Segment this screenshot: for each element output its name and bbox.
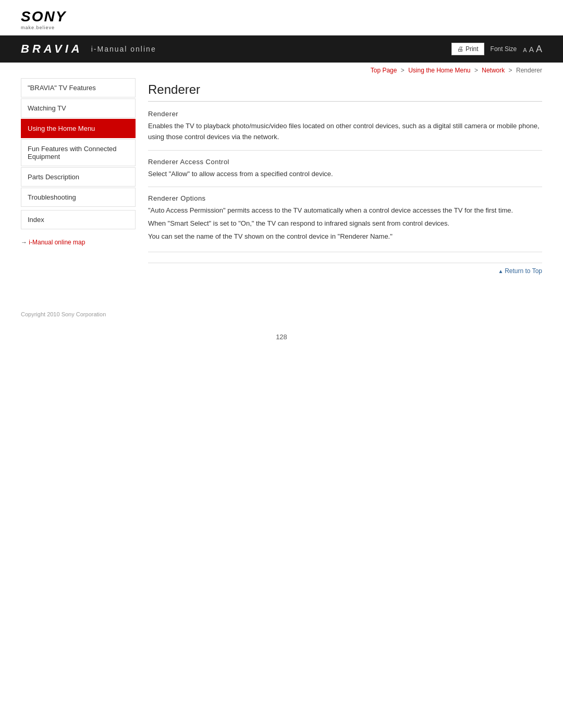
sidebar-item-index[interactable]: Index bbox=[21, 210, 136, 229]
sidebar-map-link[interactable]: → i-Manual online map bbox=[21, 237, 136, 248]
print-button[interactable]: 🖨 Print bbox=[451, 43, 484, 55]
breadcrumb-sep1: > bbox=[401, 67, 405, 74]
print-label: Print bbox=[466, 45, 479, 53]
breadcrumb-sep2: > bbox=[474, 67, 478, 74]
sidebar-label-watching-tv: Watching TV bbox=[28, 104, 66, 112]
sidebar-label-index: Index bbox=[28, 216, 44, 224]
sidebar-item-fun-features[interactable]: Fun Features with Connected Equipment bbox=[21, 139, 136, 166]
sidebar: "BRAVIA" TV Features Watching TV Using t… bbox=[21, 78, 136, 275]
nav-bar-left: BRAVIA i-Manual online bbox=[21, 42, 156, 56]
sidebar-label-using-home-menu: Using the Home Menu bbox=[28, 125, 95, 132]
sony-brand-text: SONY bbox=[21, 9, 66, 24]
options-line-3: You can set the name of the TV shown on … bbox=[148, 231, 542, 242]
sidebar-label-parts-description: Parts Description bbox=[28, 173, 79, 181]
font-large-button[interactable]: A bbox=[536, 44, 542, 55]
sidebar-item-using-home-menu[interactable]: Using the Home Menu bbox=[21, 119, 136, 138]
section-body-renderer: Enables the TV to playback photo/music/v… bbox=[148, 121, 542, 151]
bravia-logo: BRAVIA bbox=[21, 42, 83, 56]
options-line-2: When "Smart Select" is set to "On," the … bbox=[148, 218, 542, 229]
copyright: Copyright 2010 Sony Corporation bbox=[0, 306, 563, 323]
section-body-options: "Auto Access Permission" permits access … bbox=[148, 205, 542, 252]
breadcrumb-network[interactable]: Network bbox=[482, 67, 505, 74]
breadcrumb-top-page[interactable]: Top Page bbox=[371, 67, 397, 74]
options-line-1: "Auto Access Permission" permits access … bbox=[148, 205, 542, 216]
nav-subtitle: i-Manual online bbox=[91, 45, 156, 53]
sidebar-label-troubleshooting: Troubleshooting bbox=[28, 193, 76, 201]
nav-bar-right: 🖨 Print Font Size A A A bbox=[451, 43, 542, 55]
print-icon: 🖨 bbox=[457, 45, 463, 53]
section-header-access-control: Renderer Access Control bbox=[148, 158, 542, 166]
sidebar-item-watching-tv[interactable]: Watching TV bbox=[21, 98, 136, 118]
page-title: Renderer bbox=[148, 82, 542, 102]
section-renderer: Renderer Enables the TV to playback phot… bbox=[148, 110, 542, 151]
section-header-options: Renderer Options bbox=[148, 194, 542, 202]
breadcrumb-home-menu[interactable]: Using the Home Menu bbox=[408, 67, 470, 74]
font-mid-button[interactable]: A bbox=[529, 45, 534, 54]
section-header-renderer: Renderer bbox=[148, 110, 542, 118]
return-to-top-link[interactable]: Return to Top bbox=[498, 267, 542, 275]
sony-tagline: make.believe bbox=[21, 25, 55, 30]
sidebar-item-bravia-tv-features[interactable]: "BRAVIA" TV Features bbox=[21, 78, 136, 97]
return-to-top[interactable]: Return to Top bbox=[148, 263, 542, 275]
section-renderer-options: Renderer Options "Auto Access Permission… bbox=[148, 194, 542, 252]
sidebar-label-fun-features: Fun Features with Connected Equipment bbox=[28, 145, 117, 161]
section-renderer-access-control: Renderer Access Control Select "Allow" t… bbox=[148, 158, 542, 188]
page-number: 128 bbox=[0, 323, 563, 351]
top-bar: SONY make.believe bbox=[0, 0, 563, 35]
sidebar-label-bravia-tv-features: "BRAVIA" TV Features bbox=[28, 84, 96, 92]
font-size-label: Font Size bbox=[491, 45, 517, 53]
font-size-controls: A A A bbox=[523, 44, 542, 55]
sidebar-item-troubleshooting[interactable]: Troubleshooting bbox=[21, 188, 136, 207]
main-content: "BRAVIA" TV Features Watching TV Using t… bbox=[0, 78, 563, 295]
sony-logo: SONY make.believe bbox=[21, 9, 66, 30]
imanual-map-link[interactable]: i-Manual online map bbox=[29, 239, 85, 246]
font-small-button[interactable]: A bbox=[523, 47, 527, 53]
breadcrumb: Top Page > Using the Home Menu > Network… bbox=[0, 63, 563, 78]
section-body-access-control: Select "Allow" to allow access from a sp… bbox=[148, 169, 542, 188]
breadcrumb-sep3: > bbox=[509, 67, 512, 74]
arrow-right-icon: → bbox=[21, 239, 29, 246]
content-area: Renderer Renderer Enables the TV to play… bbox=[148, 78, 542, 275]
nav-bar: BRAVIA i-Manual online 🖨 Print Font Size… bbox=[0, 35, 563, 63]
breadcrumb-current: Renderer bbox=[516, 67, 542, 74]
sidebar-item-parts-description[interactable]: Parts Description bbox=[21, 167, 136, 187]
